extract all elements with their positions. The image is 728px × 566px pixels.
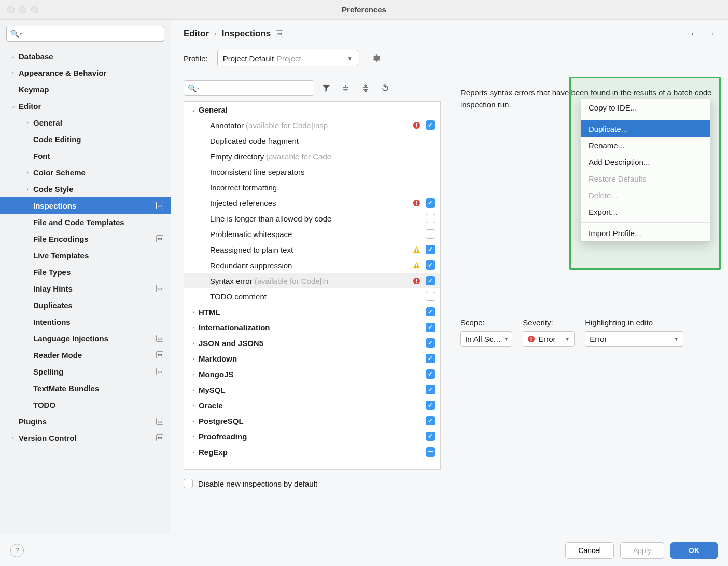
tree-row[interactable]: ›Oracle✓ [184,397,440,413]
sidebar-item-appearance-behavior[interactable]: ›Appearance & Behavior [0,64,171,81]
tree-row[interactable]: ›RegExp [184,444,440,460]
inspection-checkbox[interactable]: ✓ [426,245,435,254]
disable-new-inspections-checkbox[interactable] [184,479,193,488]
sidebar-item-file-and-code-templates[interactable]: File and Code Templates [0,214,171,230]
window-zoom-icon[interactable] [31,6,38,13]
tree-row[interactable]: Incorrect formatting [184,180,440,195]
tree-row[interactable]: Injected references✓ [184,195,440,211]
sidebar-item-database[interactable]: ›Database [0,48,171,64]
severity-selector[interactable]: Error ▼ [523,331,575,347]
tree-row[interactable]: Annotator(available for Code|Insp✓ [184,117,440,133]
inspection-checkbox[interactable]: ✓ [426,307,435,316]
sidebar-item-editor[interactable]: ⌄Editor [0,98,171,114]
inspection-checkbox[interactable]: ✓ [426,198,435,208]
collapse-all-icon[interactable] [358,80,373,96]
sidebar-item-todo[interactable]: TODO [0,396,171,413]
tree-row[interactable]: Redundant suppression✓ [184,257,440,273]
sidebar-item-inspections[interactable]: Inspections▭ [0,197,171,214]
tree-row[interactable]: ›Markdown✓ [184,351,440,366]
sidebar-item-duplicates[interactable]: Duplicates [0,297,171,313]
sidebar-item-reader-mode[interactable]: Reader Mode▭ [0,347,171,363]
sidebar-item-spelling[interactable]: Spelling▭ [0,363,171,380]
inspection-checkbox[interactable]: ✓ [426,120,435,130]
profile-actions-menu[interactable]: Copy to IDE...Duplicate...Rename...Add D… [581,99,710,242]
tree-row[interactable]: ›PostgreSQL✓ [184,413,440,429]
nav-back-icon[interactable]: ← [690,29,699,39]
tree-row[interactable]: ›Internationalization✓ [184,320,440,335]
sidebar-item-general[interactable]: ›General [0,114,171,131]
sidebar-search-input[interactable] [6,26,164,42]
tree-row[interactable]: ⌄General [184,102,440,117]
tree-row[interactable]: ›MySQL✓ [184,382,440,397]
menu-separator [581,118,710,118]
tree-row[interactable]: Syntax error(available for Code|In✓ [184,273,440,288]
cancel-button[interactable]: Cancel [565,542,614,559]
inspection-checkbox[interactable]: ✓ [426,354,435,363]
sidebar-item-live-templates[interactable]: Live Templates [0,247,171,264]
menu-item-export[interactable]: Export... [581,203,710,220]
highlighting-selector[interactable]: Error ▼ [585,331,683,347]
filter-icon[interactable] [318,80,334,96]
inspection-checkbox[interactable]: ✓ [426,401,435,410]
gear-icon[interactable] [368,50,384,66]
inspection-checkbox[interactable]: ✓ [426,369,435,379]
search-history-icon[interactable]: ▾ [20,32,22,36]
inspection-search-input[interactable] [184,80,314,96]
tree-row[interactable]: Duplicated code fragment [184,133,440,148]
tree-row[interactable]: ›MongoJS✓ [184,366,440,382]
menu-item-add-description[interactable]: Add Description... [581,154,710,170]
tree-row[interactable]: ›JSON and JSON5✓ [184,335,440,351]
inspection-checkbox[interactable]: ✓ [426,338,435,348]
sidebar-item-language-injections[interactable]: Language Injections▭ [0,330,171,347]
inspection-checkbox[interactable]: ✓ [426,416,435,425]
nav-tree[interactable]: ›Database›Appearance & BehaviorKeymap⌄Ed… [0,48,171,534]
profile-selector[interactable]: Project Default Project ▼ [217,50,358,66]
inspection-checkbox[interactable]: ✓ [426,323,435,332]
ok-button[interactable]: OK [670,542,718,559]
sidebar-item-code-style[interactable]: ›Code Style [0,181,171,197]
menu-item-import-profile[interactable]: Import Profile... [581,225,710,241]
inspection-checkbox[interactable] [426,292,435,301]
apply-button[interactable]: Apply [620,542,664,559]
menu-item-rename[interactable]: Rename... [581,137,710,154]
window-minimize-icon[interactable] [19,6,26,13]
sidebar-item-textmate-bundles[interactable]: TextMate Bundles [0,380,171,396]
tree-row[interactable]: Empty directory(available for Code [184,148,440,164]
inspection-checkbox[interactable]: ✓ [426,260,435,270]
sidebar-item-inlay-hints[interactable]: Inlay Hints▭ [0,280,171,297]
inspection-checkbox[interactable]: ✓ [426,432,435,441]
reset-icon[interactable] [377,80,393,96]
sidebar-item-code-editing[interactable]: Code Editing [0,131,171,147]
tree-row[interactable]: Inconsistent line separators [184,164,440,180]
breadcrumb-editor[interactable]: Editor [184,29,209,39]
tree-row[interactable]: Problematic whitespace [184,226,440,242]
sidebar-item-plugins[interactable]: Plugins▭ [0,413,171,430]
window-close-icon[interactable] [7,6,15,13]
inspection-tree[interactable]: ⌄GeneralAnnotator(available for Code|Ins… [184,101,441,470]
scope-selector[interactable]: In All Sc… ▾ [460,331,512,347]
sidebar-item-file-types[interactable]: File Types [0,264,171,280]
sidebar-item-font[interactable]: Font [0,147,171,164]
sidebar-item-keymap[interactable]: Keymap [0,81,171,98]
inspection-checkbox[interactable]: ✓ [426,276,435,285]
menu-item-copy-to-ide[interactable]: Copy to IDE... [581,99,710,116]
inspection-checkbox[interactable] [426,229,435,239]
sidebar-item-color-scheme[interactable]: ›Color Scheme [0,164,171,181]
tree-row[interactable]: ›Proofreading✓ [184,429,440,444]
sidebar-item-file-encodings[interactable]: File Encodings▭ [0,230,171,247]
sidebar-item-label: Inlay Hints [33,284,73,293]
inspection-checkbox[interactable] [426,214,435,223]
tree-row[interactable]: Line is longer than allowed by code [184,211,440,226]
sidebar-item-intentions[interactable]: Intentions [0,313,171,330]
help-icon[interactable]: ? [10,544,24,557]
search-history-icon[interactable]: ▾ [197,86,199,91]
tree-row[interactable]: Reassigned to plain text✓ [184,242,440,257]
svg-rect-2 [416,126,417,127]
expand-all-icon[interactable] [338,80,354,96]
tree-row[interactable]: TODO comment [184,288,440,304]
inspection-checkbox[interactable]: ✓ [426,385,435,394]
menu-item-duplicate[interactable]: Duplicate... [581,120,710,137]
inspection-checkbox[interactable] [426,447,435,457]
sidebar-item-version-control[interactable]: ›Version Control▭ [0,430,171,446]
tree-row[interactable]: ›HTML✓ [184,304,440,320]
